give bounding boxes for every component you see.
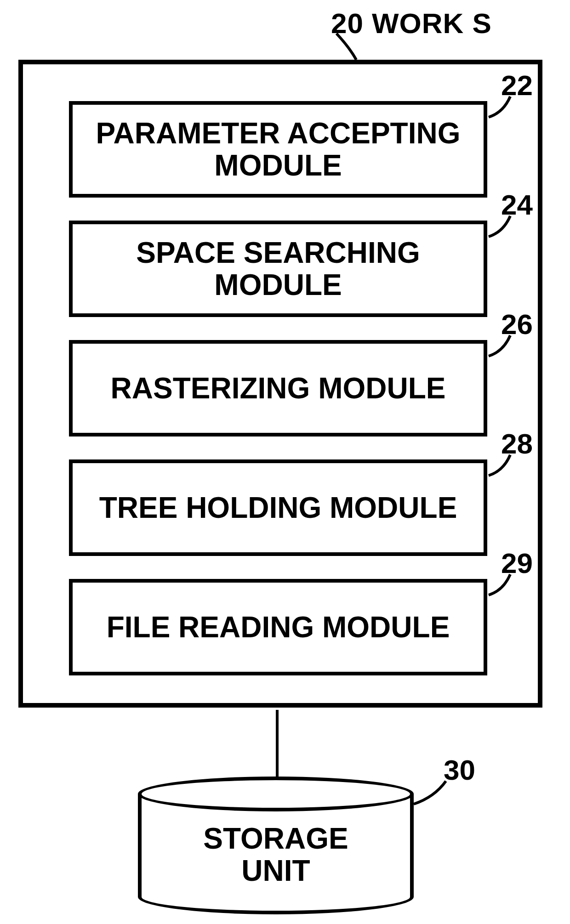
tree-holding-module-box: TREE HOLDING MODULE xyxy=(69,459,487,556)
leader-line-24 xyxy=(485,211,517,239)
storage-label-line1: STORAGE xyxy=(203,822,348,855)
leader-line-28 xyxy=(485,450,517,478)
leader-line-26 xyxy=(485,331,517,358)
module-label: PARAMETER ACCEPTING MODULE xyxy=(82,117,474,182)
module-label: SPACE SEARCHING MODULE xyxy=(82,237,474,301)
file-reading-module-box: FILE READING MODULE xyxy=(69,579,487,675)
container-title: WORK S xyxy=(372,7,492,39)
leader-line-22 xyxy=(485,92,517,119)
leader-line-30 xyxy=(411,779,453,806)
storage-unit-label: STORAGE UNIT xyxy=(138,822,414,887)
cylinder-top-ellipse xyxy=(138,777,414,811)
leader-line-29 xyxy=(485,570,517,597)
storage-label-line2: UNIT xyxy=(241,854,310,887)
connector-line xyxy=(276,710,279,777)
space-searching-module-box: SPACE SEARCHING MODULE xyxy=(69,221,487,317)
storage-unit-cylinder: STORAGE UNIT xyxy=(138,777,414,914)
parameter-accepting-module-box: PARAMETER ACCEPTING MODULE xyxy=(69,101,487,198)
module-label: RASTERIZING MODULE xyxy=(111,372,446,404)
rasterizing-module-box: RASTERIZING MODULE xyxy=(69,340,487,436)
module-label: FILE READING MODULE xyxy=(107,611,450,643)
module-label: TREE HOLDING MODULE xyxy=(99,492,457,524)
